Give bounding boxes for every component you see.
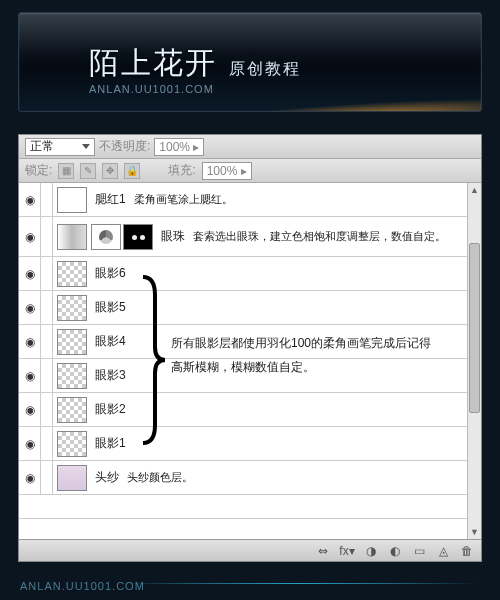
eye-icon: ◉ bbox=[25, 471, 35, 485]
layers-panel: 正常 不透明度: 100%▸ 锁定: ▦ ✎ ✥ 🔒 填充: 100%▸ ◉ 腮… bbox=[18, 134, 482, 562]
visibility-toggle[interactable]: ◉ bbox=[19, 325, 41, 358]
visibility-toggle[interactable]: ◉ bbox=[19, 427, 41, 460]
add-mask-icon[interactable]: ◑ bbox=[363, 544, 379, 558]
new-group-icon[interactable]: ▭ bbox=[411, 544, 427, 558]
opacity-input[interactable]: 100%▸ bbox=[154, 138, 204, 156]
adjustment-layer-icon[interactable]: ◐ bbox=[387, 544, 403, 558]
lock-label: 锁定: bbox=[25, 162, 52, 179]
layer-row[interactable]: ◉眼影1 bbox=[19, 427, 481, 461]
opacity-value: 100% bbox=[159, 140, 190, 154]
layer-thumb[interactable] bbox=[57, 363, 87, 389]
footer-url: ANLAN.UU1001.COM bbox=[20, 580, 145, 592]
layer-row[interactable]: ◉眼影5 bbox=[19, 291, 481, 325]
layer-desc: 套索选出眼珠，建立色相饱和度调整层，数值自定。 bbox=[185, 229, 446, 244]
blend-mode-value: 正常 bbox=[30, 138, 54, 155]
visibility-toggle[interactable]: ◉ bbox=[19, 393, 41, 426]
layer-name: 眼影5 bbox=[91, 299, 126, 316]
layer-name: 眼影6 bbox=[91, 265, 126, 282]
footer-divider bbox=[120, 583, 480, 584]
layer-thumb[interactable] bbox=[57, 187, 87, 213]
layer-fx-icon[interactable]: fx▾ bbox=[339, 544, 355, 558]
eye-icon: ◉ bbox=[25, 437, 35, 451]
layer-name: 头纱 bbox=[91, 469, 119, 486]
layer-thumb[interactable] bbox=[57, 465, 87, 491]
layer-name: 眼影3 bbox=[91, 367, 126, 384]
lock-all-icon[interactable]: 🔒 bbox=[124, 163, 140, 179]
visibility-toggle[interactable]: ◉ bbox=[19, 217, 41, 256]
layer-mask-thumb[interactable] bbox=[123, 224, 153, 250]
fill-label: 填充: bbox=[168, 162, 195, 179]
scroll-down-icon[interactable]: ▼ bbox=[468, 525, 481, 539]
banner-url: ANLAN.UU1001.COM bbox=[89, 83, 214, 95]
layer-thumb[interactable] bbox=[57, 295, 87, 321]
empty-row bbox=[19, 495, 481, 519]
layer-name: 腮红1 bbox=[91, 191, 126, 208]
layer-thumb[interactable] bbox=[57, 224, 87, 250]
layer-name: 眼影4 bbox=[91, 333, 126, 350]
layer-row[interactable]: ◉ 眼珠 套索选出眼珠，建立色相饱和度调整层，数值自定。 bbox=[19, 217, 481, 257]
scroll-up-icon[interactable]: ▲ bbox=[468, 183, 481, 197]
layer-row[interactable]: ◉眼影6 bbox=[19, 257, 481, 291]
layer-name: 眼影2 bbox=[91, 401, 126, 418]
layer-thumb[interactable] bbox=[57, 329, 87, 355]
lock-transparent-icon[interactable]: ▦ bbox=[58, 163, 74, 179]
layer-desc: 头纱颜色层。 bbox=[119, 470, 193, 485]
fill-input[interactable]: 100%▸ bbox=[202, 162, 252, 180]
note-line: 高斯模糊，模糊数值自定。 bbox=[171, 355, 431, 379]
eye-icon: ◉ bbox=[25, 193, 35, 207]
eye-icon: ◉ bbox=[25, 301, 35, 315]
adjustment-icon[interactable] bbox=[91, 224, 121, 250]
layers-list: ◉ 腮红1 柔角画笔涂上腮红。 ◉ 眼珠 套索选出眼珠，建立色相饱和度调整层，数… bbox=[19, 183, 481, 539]
note-line: 所有眼影层都使用羽化100的柔角画笔完成后记得 bbox=[171, 331, 431, 355]
eye-icon: ◉ bbox=[25, 267, 35, 281]
layer-desc: 柔角画笔涂上腮红。 bbox=[126, 192, 233, 207]
layer-thumb[interactable] bbox=[57, 261, 87, 287]
visibility-toggle[interactable]: ◉ bbox=[19, 183, 41, 216]
layers-scrollbar[interactable]: ▲ ▼ bbox=[467, 183, 481, 539]
tutorial-banner: 陌上花开 原创教程 ANLAN.UU1001.COM bbox=[18, 12, 482, 112]
banner-subtitle: 原创教程 bbox=[229, 59, 301, 80]
visibility-toggle[interactable]: ◉ bbox=[19, 257, 41, 290]
eye-icon: ◉ bbox=[25, 403, 35, 417]
layer-name: 眼影1 bbox=[91, 435, 126, 452]
eye-icon: ◉ bbox=[25, 335, 35, 349]
visibility-toggle[interactable]: ◉ bbox=[19, 461, 41, 494]
panel-statusbar: ⇔ fx▾ ◑ ◐ ▭ ◬ 🗑 bbox=[19, 539, 481, 561]
banner-title: 陌上花开 bbox=[89, 43, 217, 84]
link-layers-icon[interactable]: ⇔ bbox=[315, 544, 331, 558]
lock-move-icon[interactable]: ✥ bbox=[102, 163, 118, 179]
fill-value: 100% bbox=[207, 164, 238, 178]
delete-layer-icon[interactable]: 🗑 bbox=[459, 544, 475, 558]
layer-row[interactable]: ◉头纱头纱颜色层。 bbox=[19, 461, 481, 495]
layer-name: 眼珠 bbox=[157, 228, 185, 245]
eye-icon: ◉ bbox=[25, 230, 35, 244]
eye-icon: ◉ bbox=[25, 369, 35, 383]
visibility-toggle[interactable]: ◉ bbox=[19, 291, 41, 324]
annotation-note: 所有眼影层都使用羽化100的柔角画笔完成后记得 高斯模糊，模糊数值自定。 bbox=[171, 331, 431, 379]
new-layer-icon[interactable]: ◬ bbox=[435, 544, 451, 558]
layer-thumb[interactable] bbox=[57, 431, 87, 457]
layer-row[interactable]: ◉眼影2 bbox=[19, 393, 481, 427]
chevron-down-icon bbox=[82, 144, 90, 149]
lock-paint-icon[interactable]: ✎ bbox=[80, 163, 96, 179]
lock-bar: 锁定: ▦ ✎ ✥ 🔒 填充: 100%▸ bbox=[19, 159, 481, 183]
options-bar: 正常 不透明度: 100%▸ bbox=[19, 135, 481, 159]
scroll-thumb[interactable] bbox=[469, 243, 480, 413]
layer-thumb[interactable] bbox=[57, 397, 87, 423]
opacity-label: 不透明度: bbox=[99, 138, 150, 155]
visibility-toggle[interactable]: ◉ bbox=[19, 359, 41, 392]
layer-row[interactable]: ◉ 腮红1 柔角画笔涂上腮红。 bbox=[19, 183, 481, 217]
blend-mode-select[interactable]: 正常 bbox=[25, 138, 95, 156]
